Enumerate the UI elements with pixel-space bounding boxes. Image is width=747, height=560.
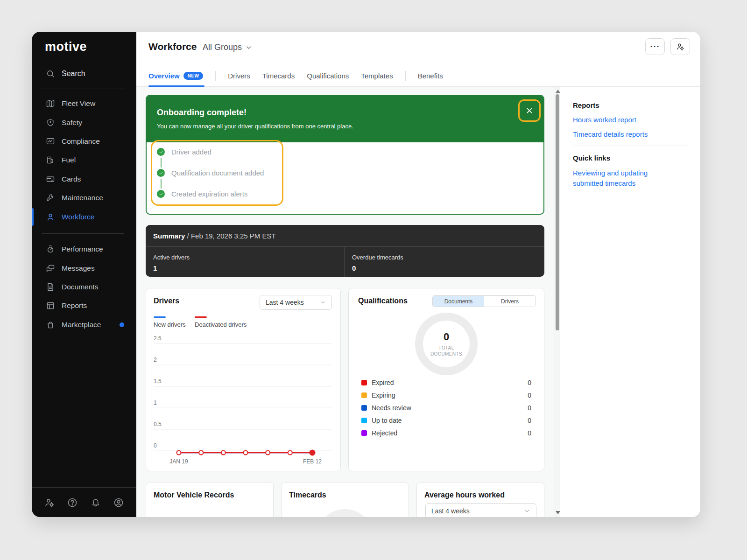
legend-deactivated-drivers: Deactivated drivers xyxy=(195,316,247,328)
main-area: Workforce All Groups ··· Overview NEW Dr… xyxy=(136,32,700,517)
sidebar-item-label: Fuel xyxy=(62,156,76,164)
sidebar-item-messages[interactable]: Messages xyxy=(32,259,136,278)
legend-row-rejected: Rejected 0 xyxy=(361,429,531,437)
sidebar-item-label: Performance xyxy=(62,245,103,253)
sidebar-item-label: Cards xyxy=(62,175,81,183)
fuel-pump-icon xyxy=(46,155,55,165)
sidebar-item-documents[interactable]: Documents xyxy=(32,278,136,296)
hours-worked-report-link[interactable]: Hours worked report xyxy=(573,116,636,124)
scrollbar-thumb[interactable] xyxy=(556,94,559,330)
sidebar-item-reports[interactable]: Reports xyxy=(32,296,136,315)
check-circle-icon xyxy=(157,169,165,177)
sidebar-search[interactable]: Search xyxy=(32,64,136,83)
select-value: Last 4 weeks xyxy=(266,299,304,306)
sidebar-item-compliance[interactable]: Compliance xyxy=(32,132,136,151)
map-icon xyxy=(46,99,55,108)
checklist-item: Created expiration alerts xyxy=(157,190,247,198)
sidebar-footer xyxy=(32,487,136,517)
tab-label: Templates xyxy=(361,72,393,80)
tab-separator xyxy=(215,71,216,81)
svg-text:1: 1 xyxy=(154,399,157,406)
sidebar-item-label: Marketplace xyxy=(62,321,101,329)
search-icon xyxy=(46,69,55,78)
banner-close-button[interactable] xyxy=(524,105,535,116)
person-icon xyxy=(46,212,55,222)
active-nav-indicator xyxy=(32,208,34,226)
reports-icon xyxy=(46,301,55,310)
admin-users-button[interactable] xyxy=(670,38,690,55)
help-icon[interactable] xyxy=(67,497,78,508)
sidebar-item-workforce[interactable]: Workforce xyxy=(32,208,136,226)
mvr-card-title: Motor Vehicle Records xyxy=(154,491,234,499)
group-selector[interactable]: All Groups xyxy=(203,42,253,52)
summary-stat-overdue-timecards: Overdue timecards 0 xyxy=(345,246,544,277)
chevron-down-icon xyxy=(524,508,530,514)
timecard-details-reports-link[interactable]: Timecard details reports xyxy=(573,130,648,138)
compliance-icon xyxy=(46,137,55,146)
svg-text:JAN 19: JAN 19 xyxy=(169,458,188,465)
sidebar-item-fleet-view[interactable]: Fleet View xyxy=(32,94,136,113)
tab-overview[interactable]: Overview NEW xyxy=(148,72,203,80)
summary-title: Summary xyxy=(153,232,185,240)
ellipsis-icon: ··· xyxy=(650,42,660,52)
vertical-scrollbar[interactable] xyxy=(554,87,560,517)
sidebar-item-fuel[interactable]: Fuel xyxy=(32,151,136,169)
legend-swatch xyxy=(361,430,367,436)
legend-swatch xyxy=(361,392,367,398)
sidebar-item-maintenance[interactable]: Maintenance xyxy=(32,189,136,207)
sidebar: motive Search Fleet View Safety Complian… xyxy=(32,32,136,517)
tab-qualifications[interactable]: Qualifications xyxy=(307,72,349,80)
stat-value: 0 xyxy=(352,264,544,272)
checklist-label: Driver added xyxy=(171,148,211,156)
bag-icon xyxy=(46,320,55,329)
qualifications-toggle: Documents Drivers xyxy=(432,295,536,307)
donut-total-value: 0 xyxy=(444,331,449,343)
toggle-documents[interactable]: Documents xyxy=(433,296,484,307)
sidebar-item-label: Reports xyxy=(62,301,87,310)
more-options-button[interactable]: ··· xyxy=(645,38,665,55)
content-area: Onboarding complete! You can now manage … xyxy=(136,87,700,517)
sidebar-divider xyxy=(42,89,124,89)
legend-value: 0 xyxy=(528,417,531,424)
shield-icon xyxy=(46,118,55,127)
svg-text:2.5: 2.5 xyxy=(154,335,162,342)
toggle-drivers[interactable]: Drivers xyxy=(484,296,536,307)
sidebar-item-cards[interactable]: Cards xyxy=(32,170,136,189)
legend-value: 0 xyxy=(528,404,531,412)
donut-total-label: TOTAL DOCUMENTS xyxy=(429,345,464,357)
summary-stat-active-drivers: Active drivers 1 xyxy=(146,246,344,277)
legend-row-expiring: Expiring 0 xyxy=(361,391,531,399)
tab-label: Benefits xyxy=(418,72,443,80)
svg-text:0.5: 0.5 xyxy=(154,421,162,427)
sidebar-item-marketplace[interactable]: Marketplace xyxy=(32,315,136,334)
sidebar-item-label: Fleet View xyxy=(62,99,95,108)
account-icon[interactable] xyxy=(113,497,124,508)
notifications-icon[interactable] xyxy=(90,497,101,508)
tab-label: Timecards xyxy=(262,72,295,80)
legend-row-needs-review: Needs review 0 xyxy=(361,404,531,412)
timecards-donut-chart xyxy=(317,509,373,517)
admin-settings-icon[interactable] xyxy=(44,497,55,508)
right-panel: Reports Hours worked report Timecard det… xyxy=(560,87,700,517)
drivers-range-select[interactable]: Last 4 weeks xyxy=(260,295,332,310)
select-value: Last 4 weeks xyxy=(431,507,470,515)
tab-drivers[interactable]: Drivers xyxy=(228,72,250,80)
tab-templates[interactable]: Templates xyxy=(361,72,393,80)
stat-value: 1 xyxy=(153,264,344,272)
sidebar-item-performance[interactable]: Performance xyxy=(32,240,136,259)
tab-timecards[interactable]: Timecards xyxy=(262,72,295,80)
scrollbar-up-arrow[interactable] xyxy=(556,90,560,93)
checklist-item: Qualification document added xyxy=(157,169,264,177)
average-hours-range-select[interactable]: Last 4 weeks xyxy=(425,503,536,517)
sidebar-item-safety[interactable]: Safety xyxy=(32,113,136,132)
reviewing-timecards-link[interactable]: Reviewing and updating submitted timecar… xyxy=(573,168,664,189)
summary-header: Summary / Feb 19, 2026 3:25 PM EST xyxy=(153,232,276,240)
tab-benefits[interactable]: Benefits xyxy=(418,72,443,80)
scrollbar-down-arrow[interactable] xyxy=(556,511,560,514)
page-title: Workforce xyxy=(148,41,197,52)
qualifications-card-title: Qualifications xyxy=(358,297,408,305)
document-icon xyxy=(46,282,55,292)
sidebar-search-label: Search xyxy=(62,70,85,78)
svg-text:1.5: 1.5 xyxy=(154,378,162,385)
legend-label: Up to date xyxy=(372,417,402,424)
